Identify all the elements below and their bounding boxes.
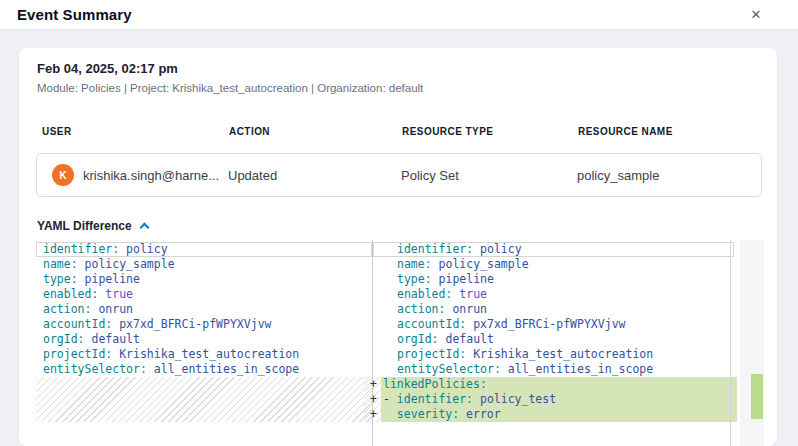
resource-name-cell: policy_sample: [575, 168, 761, 183]
diff-line: name: policy_sample: [373, 257, 740, 272]
diff-line: projectId: Krishika_test_autocreation: [36, 347, 372, 362]
diff-line: projectId: Krishika_test_autocreation: [373, 347, 740, 362]
user-cell: K krishika.singh@harne...: [37, 164, 226, 186]
action-cell: Updated: [226, 168, 399, 183]
user-email: krishika.singh@harne...: [83, 168, 219, 183]
diff-scrollbar[interactable]: [740, 240, 764, 446]
close-button[interactable]: ✕: [744, 3, 768, 27]
diff-overview-added-mark: [751, 374, 763, 419]
diff-line: severity: error: [381, 407, 737, 422]
column-header-resource-type: RESOURCE TYPE: [400, 126, 576, 137]
event-timestamp: Feb 04, 2025, 02:17 pm: [37, 61, 178, 76]
diff-line: action: onrun: [36, 302, 372, 317]
audit-table-row: K krishika.singh@harne... Updated Policy…: [36, 153, 762, 197]
chevron-up-icon: [139, 223, 149, 233]
diff-line: action: onrun: [373, 302, 740, 317]
diff-line: - identifier: policy_test: [381, 392, 737, 407]
diff-line: orgId: default: [36, 332, 372, 347]
diff-line: accountId: px7xd_BFRCi-pfWPYXVjvw: [36, 317, 372, 332]
diff-line: enabled: true: [36, 287, 372, 302]
event-summary-card: Feb 04, 2025, 02:17 pm Module: Policies …: [19, 48, 777, 446]
diff-line: identifier: policy: [373, 242, 734, 257]
avatar-initial: K: [59, 170, 66, 181]
diff-line: orgId: default: [373, 332, 740, 347]
close-icon: ✕: [751, 7, 762, 22]
event-meta: Module: Policies | Project: Krishika_tes…: [37, 82, 423, 94]
resource-type-cell: Policy Set: [399, 168, 575, 183]
yaml-difference-toggle[interactable]: YAML Difference: [37, 218, 148, 234]
diff-added-marker: +: [370, 407, 384, 422]
dialog-header: Event Summary ✕: [0, 0, 798, 30]
diff-line: type: pipeline: [373, 272, 740, 287]
diff-right-pane[interactable]: identifier: policyname: policy_sampletyp…: [373, 240, 740, 446]
diff-right-boundary: [730, 240, 731, 446]
diff-line: entitySelector: all_entities_in_scope: [373, 362, 740, 377]
diff-added-marker: +: [370, 392, 384, 407]
audit-table-header: USER ACTION RESOURCE TYPE RESOURCE NAME: [37, 126, 761, 137]
diff-line: enabled: true: [373, 287, 740, 302]
yaml-diff-editor: identifier: policyname: policy_sampletyp…: [36, 240, 765, 446]
diff-line: type: pipeline: [36, 272, 372, 287]
column-header-user: USER: [37, 126, 227, 137]
diff-line: linkedPolicies:: [381, 377, 737, 392]
yaml-difference-label: YAML Difference: [37, 219, 132, 233]
avatar: K: [52, 164, 74, 186]
diff-removed-placeholder: [36, 377, 372, 422]
column-header-action: ACTION: [227, 126, 400, 137]
diff-line: accountId: px7xd_BFRCi-pfWPYXVjvw: [373, 317, 740, 332]
diff-line: identifier: policy: [36, 242, 372, 257]
dialog-title: Event Summary: [17, 6, 132, 23]
diff-line: entitySelector: all_entities_in_scope: [36, 362, 372, 377]
diff-line: name: policy_sample: [36, 257, 372, 272]
column-header-resource-name: RESOURCE NAME: [576, 126, 761, 137]
diff-left-pane[interactable]: identifier: policyname: policy_sampletyp…: [36, 240, 372, 446]
diff-added-marker: +: [370, 377, 384, 392]
